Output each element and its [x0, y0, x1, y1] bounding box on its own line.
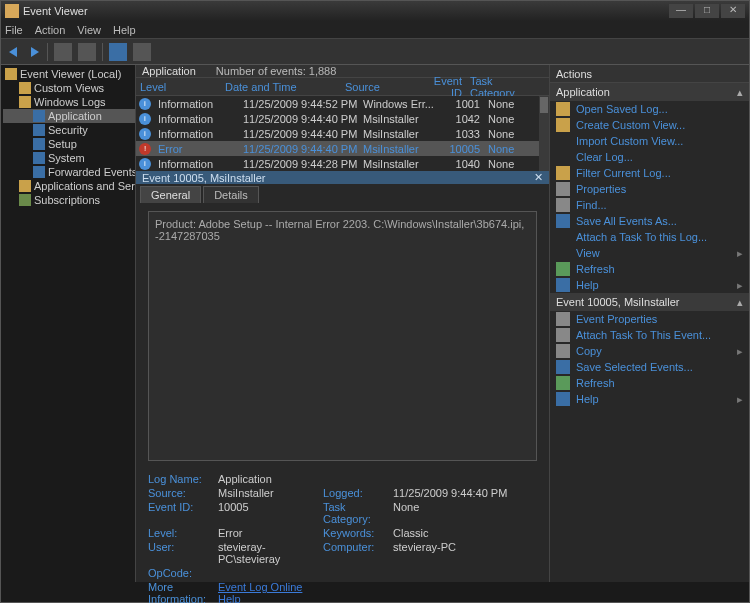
table-row[interactable]: iInformation11/25/2009 9:44:40 PMMsiInst… [136, 111, 549, 126]
tree-security[interactable]: Security [3, 123, 135, 137]
svg-marker-0 [9, 47, 17, 57]
refresh-icon [556, 262, 570, 276]
table-row-selected[interactable]: !Error11/25/2009 9:44:40 PMMsiInstaller1… [136, 141, 549, 156]
action-find[interactable]: Find... [550, 197, 749, 213]
funnel-icon [556, 118, 570, 132]
find-icon [556, 198, 570, 212]
close-button[interactable]: ✕ [721, 4, 745, 18]
log-name-header: Application [142, 65, 196, 77]
title-bar: Event Viewer — □ ✕ [1, 1, 749, 21]
save-icon [556, 214, 570, 228]
filter-icon [556, 166, 570, 180]
event-log-help-link[interactable]: Event Log Online Help [218, 581, 323, 603]
menu-view[interactable]: View [77, 24, 101, 36]
save-icon [556, 360, 570, 374]
refresh-icon [556, 376, 570, 390]
action-filter-log[interactable]: Filter Current Log... [550, 165, 749, 181]
action-save-selected[interactable]: Save Selected Events... [550, 359, 749, 375]
action-view[interactable]: View▸ [550, 245, 749, 261]
menu-file[interactable]: File [5, 24, 23, 36]
tree-windows-logs[interactable]: Windows Logs [3, 95, 135, 109]
toolbar-icon-1[interactable] [54, 43, 72, 61]
window-title: Event Viewer [23, 5, 667, 17]
app-icon [5, 4, 19, 18]
col-eventid: Event ID [426, 75, 466, 99]
import-icon [556, 134, 570, 148]
tree-subscriptions[interactable]: Subscriptions [3, 193, 135, 207]
tree-root[interactable]: Event Viewer (Local) [3, 67, 135, 81]
open-icon [556, 102, 570, 116]
tree-system[interactable]: System [3, 151, 135, 165]
tab-details[interactable]: Details [203, 186, 259, 203]
action-refresh-2[interactable]: Refresh [550, 375, 749, 391]
tree-application[interactable]: Application [3, 109, 135, 123]
task-icon [556, 328, 570, 342]
action-clear-log[interactable]: Clear Log... [550, 149, 749, 165]
action-create-custom-view[interactable]: Create Custom View... [550, 117, 749, 133]
grid-scrollbar[interactable] [539, 96, 549, 171]
table-row[interactable]: iInformation11/25/2009 9:44:52 PMWindows… [136, 96, 549, 111]
action-refresh[interactable]: Refresh [550, 261, 749, 277]
event-props-icon [556, 312, 570, 326]
forward-button[interactable] [27, 45, 41, 59]
action-open-saved-log[interactable]: Open Saved Log... [550, 101, 749, 117]
back-button[interactable] [7, 45, 21, 59]
tab-general[interactable]: General [140, 186, 201, 203]
copy-icon [556, 344, 570, 358]
action-save-all[interactable]: Save All Events As... [550, 213, 749, 229]
menu-action[interactable]: Action [35, 24, 66, 36]
event-message: Product: Adobe Setup -- Internal Error 2… [148, 211, 537, 461]
action-import-custom-view[interactable]: Import Custom View... [550, 133, 749, 149]
tree-setup[interactable]: Setup [3, 137, 135, 151]
maximize-button[interactable]: □ [695, 4, 719, 18]
col-source: Source [341, 81, 426, 93]
properties-icon [556, 182, 570, 196]
toolbar-icon-3[interactable] [133, 43, 151, 61]
actions-section-event: Event 10005, MsiInstaller▴ [550, 293, 749, 311]
help-icon[interactable] [109, 43, 127, 61]
col-taskcat: Task Category [466, 75, 531, 99]
task-icon [556, 230, 570, 244]
tree-custom-views[interactable]: Custom Views [3, 81, 135, 95]
help-icon [556, 278, 570, 292]
action-help-2[interactable]: Help▸ [550, 391, 749, 407]
view-icon [556, 246, 570, 260]
toolbar-icon-2[interactable] [78, 43, 96, 61]
action-event-properties[interactable]: Event Properties [550, 311, 749, 327]
table-row[interactable]: iInformation11/25/2009 9:44:40 PMMsiInst… [136, 126, 549, 141]
event-properties: Log Name:Application Source:MsiInstaller… [148, 473, 537, 603]
detail-title: Event 10005, MsiInstaller [142, 172, 266, 184]
help-icon [556, 392, 570, 406]
tree-apps-services[interactable]: Applications and Services Lo [3, 179, 135, 193]
menu-help[interactable]: Help [113, 24, 136, 36]
table-row[interactable]: iInformation11/25/2009 9:44:28 PMMsiInst… [136, 156, 549, 171]
navigation-tree[interactable]: Event Viewer (Local) Custom Views Window… [1, 65, 136, 582]
actions-section-application: Application▴ [550, 83, 749, 101]
col-level: Level [136, 81, 221, 93]
action-properties[interactable]: Properties [550, 181, 749, 197]
actions-header: Actions [550, 65, 749, 83]
action-copy[interactable]: Copy▸ [550, 343, 749, 359]
action-attach-task[interactable]: Attach a Task To this Log... [550, 229, 749, 245]
grid-header[interactable]: Level Date and Time Source Event ID Task… [136, 78, 549, 96]
menu-bar: File Action View Help [1, 21, 749, 39]
svg-marker-1 [31, 47, 39, 57]
detail-header: Event 10005, MsiInstaller ✕ [136, 171, 549, 184]
minimize-button[interactable]: — [669, 4, 693, 18]
event-count: Number of events: 1,888 [216, 65, 336, 77]
toolbar [1, 39, 749, 65]
tree-forwarded[interactable]: Forwarded Events [3, 165, 135, 179]
col-date: Date and Time [221, 81, 341, 93]
clear-icon [556, 150, 570, 164]
action-help[interactable]: Help▸ [550, 277, 749, 293]
detail-close-icon[interactable]: ✕ [534, 171, 543, 184]
action-attach-task-event[interactable]: Attach Task To This Event... [550, 327, 749, 343]
